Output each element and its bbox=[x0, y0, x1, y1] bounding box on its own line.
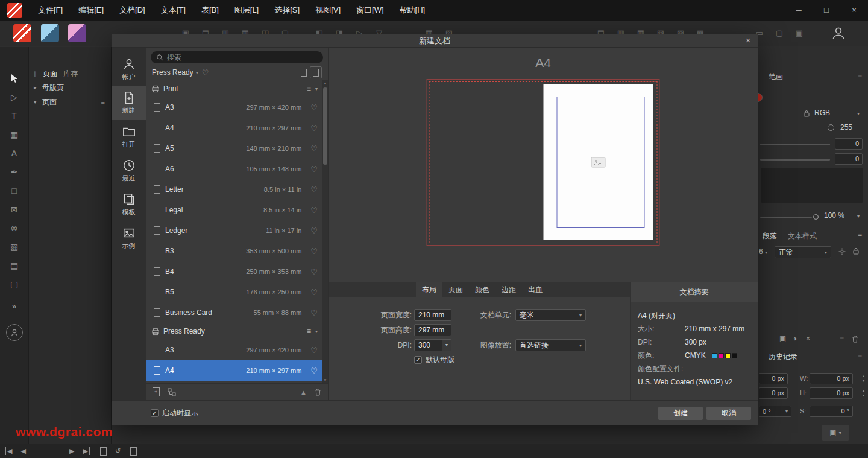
preset-hierarchy-icon[interactable] bbox=[168, 388, 176, 396]
scroll-up-icon[interactable]: ▲ bbox=[322, 80, 328, 86]
dialog-nav-new[interactable]: 新建 bbox=[112, 86, 146, 120]
last-page-button[interactable]: ▶ bbox=[83, 447, 90, 455]
lock-icon[interactable] bbox=[804, 110, 810, 117]
user-account-icon[interactable] bbox=[831, 25, 846, 41]
section-menu-icon[interactable]: ≡ bbox=[307, 84, 311, 93]
favorite-icon[interactable]: ♡ bbox=[310, 366, 318, 375]
slider-value-field[interactable]: 0 bbox=[835, 153, 863, 165]
preset-item[interactable]: A4210 mm × 297 mm♡ bbox=[146, 118, 322, 138]
panel-action-button[interactable]: ▣▾ bbox=[822, 425, 849, 441]
panel-menu-icon[interactable]: ≡ bbox=[858, 231, 862, 240]
ellipse-tool[interactable]: ⊗ bbox=[5, 220, 24, 236]
table-tool[interactable]: ▦ bbox=[5, 126, 24, 142]
refresh-icon[interactable]: ↺ bbox=[115, 447, 121, 455]
stepper-icon[interactable]: ▴▾ bbox=[863, 374, 864, 383]
menu-item[interactable]: 文件[F] bbox=[30, 0, 71, 21]
spread-toggle-icon[interactable] bbox=[310, 66, 322, 78]
dialog-nav-samples[interactable]: 示例 bbox=[112, 221, 146, 255]
crop-tool[interactable]: ▢ bbox=[5, 276, 24, 292]
gear-icon[interactable] bbox=[838, 248, 846, 255]
menu-item[interactable]: 选择[S] bbox=[266, 0, 307, 21]
preset-item[interactable]: Business Card55 mm × 88 mm♡ bbox=[146, 302, 322, 323]
single-page-view-icon[interactable] bbox=[100, 447, 107, 456]
pages-tool[interactable]: ▤ bbox=[5, 257, 24, 273]
settings-tab-0[interactable]: 布局 bbox=[416, 282, 442, 297]
image-placement-select[interactable]: 首选链接 ▾ bbox=[515, 339, 586, 351]
opacity-slider-track[interactable] bbox=[760, 217, 812, 218]
tab-text-styles[interactable]: 文本样式 bbox=[788, 231, 817, 241]
favorite-icon[interactable]: ♡ bbox=[310, 165, 318, 174]
favorite-icon[interactable]: ♡ bbox=[310, 103, 318, 112]
publisher-persona-icon[interactable] bbox=[13, 24, 31, 42]
new-preset-icon[interactable] bbox=[153, 387, 160, 396]
toolbar-button[interactable]: ▢ bbox=[772, 26, 787, 40]
dialog-close-icon[interactable]: × bbox=[742, 34, 754, 47]
cancel-button[interactable]: 取消 bbox=[706, 407, 751, 420]
picture-frame-tool[interactable]: ▧ bbox=[5, 238, 24, 255]
preset-item[interactable]: Ledger11 in × 17 in♡ bbox=[146, 220, 322, 241]
favorite-icon[interactable]: ♡ bbox=[310, 308, 318, 317]
pages-row[interactable]: ▾ 页面 ≡ bbox=[29, 95, 111, 109]
opacity-value[interactable]: 100 % bbox=[824, 211, 844, 220]
tab-paragraph[interactable]: 段落 bbox=[763, 231, 777, 241]
preset-category-dropdown[interactable]: Press Ready ▾ bbox=[152, 68, 198, 77]
default-master-checkbox[interactable]: ✓ 默认母版 bbox=[414, 355, 454, 365]
transform-x-field[interactable]: 0 px bbox=[759, 373, 788, 384]
contrast-icon[interactable]: ◑ bbox=[793, 334, 797, 343]
preset-item[interactable]: B5176 mm × 250 mm♡ bbox=[146, 282, 322, 302]
dpi-dropdown-icon[interactable]: ▾ bbox=[442, 339, 451, 351]
favorite-icon[interactable]: ♡ bbox=[310, 185, 318, 194]
preset-item[interactable]: Legal8.5 in × 14 in♡ bbox=[146, 200, 322, 220]
snapshot-icon[interactable]: ▣ bbox=[779, 334, 786, 343]
minimize-button[interactable]: ─ bbox=[785, 0, 813, 21]
show-on-startup-checkbox[interactable]: ✓ 启动时显示 bbox=[151, 408, 198, 418]
list-icon[interactable]: ≡ bbox=[840, 334, 844, 343]
settings-tab-3[interactable]: 边距 bbox=[495, 282, 522, 297]
create-button[interactable]: 创建 bbox=[658, 407, 703, 420]
panel-drag-handle[interactable]: ∥ bbox=[34, 71, 37, 77]
opacity-slider-knob[interactable] bbox=[813, 214, 819, 220]
dpi-input[interactable]: 300 bbox=[414, 339, 442, 351]
preset-item[interactable]: B4250 mm × 353 mm♡ bbox=[146, 261, 322, 282]
clear-icon[interactable]: × bbox=[806, 334, 810, 343]
preset-item[interactable]: B3353 mm × 500 mm♡ bbox=[146, 241, 322, 261]
favorites-filter-icon[interactable]: ♡ bbox=[202, 68, 209, 77]
menu-item[interactable]: 窗口[W] bbox=[348, 0, 392, 21]
menu-item[interactable]: 帮助[H] bbox=[392, 0, 433, 21]
search-input[interactable]: 搜索 bbox=[151, 51, 323, 63]
menu-item[interactable]: 视图[V] bbox=[307, 0, 348, 21]
panel-menu-icon[interactable]: ≡ bbox=[858, 352, 862, 361]
master-pages-row[interactable]: ▸ 母版页 bbox=[29, 80, 111, 95]
scrollbar[interactable]: ▲ ▼ bbox=[322, 80, 328, 383]
preset-item[interactable]: A5148 mm × 210 mm♡ bbox=[146, 138, 322, 159]
rectangle-tool[interactable]: □ bbox=[5, 182, 24, 199]
move-tool[interactable] bbox=[5, 70, 24, 86]
dialog-nav-account[interactable]: 帐户 bbox=[112, 52, 146, 86]
single-page-icon[interactable] bbox=[301, 69, 307, 77]
favorite-icon[interactable]: ♡ bbox=[310, 288, 318, 297]
menu-item[interactable]: 文档[D] bbox=[112, 0, 153, 21]
spread-view-icon[interactable] bbox=[130, 447, 137, 456]
page-height-input[interactable]: 297 mm bbox=[414, 324, 451, 336]
transform-y-field[interactable]: 0 px bbox=[759, 387, 788, 399]
section-menu-icon[interactable]: ≡ bbox=[307, 327, 311, 336]
node-tool[interactable]: ▷ bbox=[5, 89, 24, 105]
frame-text-tool[interactable]: T bbox=[5, 107, 24, 124]
slider-value-field[interactable]: 0 bbox=[835, 138, 863, 150]
pen-tool[interactable]: ✒ bbox=[5, 164, 24, 180]
menu-item[interactable]: 编辑[E] bbox=[71, 0, 112, 21]
previous-page-button[interactable]: ◀ bbox=[20, 447, 25, 455]
dialog-nav-templates[interactable]: 模板 bbox=[112, 188, 146, 221]
sort-icon[interactable]: ▲ bbox=[300, 389, 307, 396]
artistic-text-tool[interactable]: A bbox=[5, 145, 24, 161]
transform-h-field[interactable]: 0 px bbox=[810, 387, 853, 399]
trash-icon[interactable] bbox=[852, 336, 858, 343]
preset-item[interactable]: Letter8.5 in × 11 in♡ bbox=[146, 179, 322, 200]
toolbar-button[interactable]: ▣ bbox=[792, 26, 807, 40]
lock-icon[interactable] bbox=[853, 247, 859, 255]
shear-field[interactable]: 0 ° bbox=[810, 406, 853, 417]
menu-item[interactable]: 图层[L] bbox=[227, 0, 266, 21]
photo-persona-icon[interactable] bbox=[68, 24, 86, 42]
tab-stock[interactable]: 库存 bbox=[63, 69, 78, 79]
avatar-icon[interactable] bbox=[6, 324, 23, 341]
